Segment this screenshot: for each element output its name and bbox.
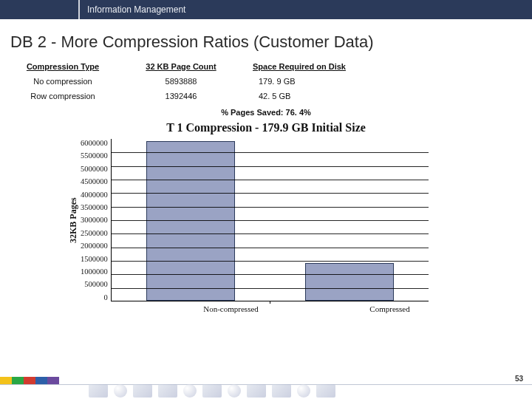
chart-bar (305, 263, 394, 301)
footer-motif (89, 384, 429, 399)
header-section-title: Information Management (80, 0, 498, 19)
ytick: 3500000 (81, 203, 108, 211)
ibm-logo-icon (498, 2, 523, 17)
cell-space: 179. 9 GB (236, 74, 362, 89)
xtick: Compressed (369, 304, 409, 313)
ytick: 1500000 (81, 255, 108, 263)
header-spacer (0, 0, 80, 19)
cell-space: 42. 5 GB (236, 89, 362, 103)
cell-type: Row compression (0, 89, 126, 103)
ytick: 0 (104, 293, 108, 301)
ibm-logo (498, 0, 532, 19)
ytick: 4000000 (81, 191, 108, 199)
chart-plot-area (111, 139, 429, 301)
table-header-row: Compression Type 32 KB Page Count Space … (0, 59, 532, 74)
chart-xticks: Non-compressed Compressed (148, 301, 466, 313)
compression-table: Compression Type 32 KB Page Count Space … (0, 59, 532, 103)
chart: T 1 Compression - 179.9 GB Initial Size … (66, 121, 466, 313)
ytick: 4500000 (81, 177, 108, 185)
ytick: 3000000 (81, 216, 108, 224)
ytick: 1000000 (81, 267, 108, 276)
page-title: DB 2 - More Compression Ratios (Customer… (0, 19, 532, 59)
cell-pages: 5893888 (126, 74, 236, 89)
cell-type: No compression (0, 74, 126, 89)
footer-color-stripe (0, 377, 59, 384)
chart-title: T 1 Compression - 179.9 GB Initial Size (66, 121, 466, 134)
table-row: Row compression 1392446 42. 5 GB (0, 89, 532, 103)
chart-yticks: 6000000 5500000 5000000 4500000 4000000 … (81, 139, 111, 301)
header-bar: Information Management (0, 0, 532, 19)
ytick: 500000 (84, 280, 108, 288)
ytick: 5500000 (81, 151, 108, 160)
ytick: 6000000 (81, 139, 108, 147)
pages-saved-label: % Pages Saved: 76. 4% (0, 108, 532, 117)
ytick: 2500000 (81, 229, 108, 237)
cell-pages: 1392446 (126, 89, 236, 103)
footer: 53 (0, 371, 532, 399)
col-header-pages: 32 KB Page Count (126, 59, 236, 74)
col-header-type: Compression Type (0, 59, 126, 74)
ytick: 2000000 (81, 242, 108, 250)
col-header-space: Space Required on Disk (236, 59, 362, 74)
page-number: 53 (515, 375, 523, 383)
table-row: No compression 5893888 179. 9 GB (0, 74, 532, 89)
chart-ylabel: 32KB Pages (66, 139, 81, 301)
ytick: 5000000 (81, 165, 108, 173)
xtick: Non-compressed (203, 304, 259, 313)
